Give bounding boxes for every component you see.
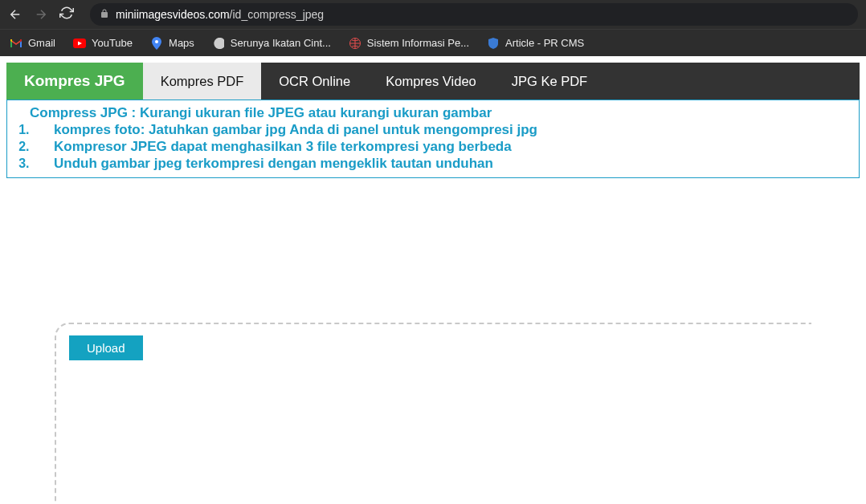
drop-zone[interactable]: Upload <box>55 323 811 504</box>
bookmark-serunya[interactable]: Serunya Ikatan Cint... <box>212 37 331 50</box>
nav-label: OCR Online <box>279 74 350 89</box>
bookmark-sistem[interactable]: Sistem Informasi Pe... <box>349 37 469 50</box>
nav-kompres-video[interactable]: Kompres Video <box>368 63 494 100</box>
forward-button[interactable] <box>34 7 48 22</box>
bookmark-label: YouTube <box>92 37 133 49</box>
info-list: kompres foto: Jatuhkan gambar jpg Anda d… <box>33 122 848 172</box>
bookmarks-bar: Gmail YouTube Maps Serunya Ikatan Cint..… <box>0 29 866 56</box>
maps-icon <box>150 37 163 50</box>
info-title: Compress JPG : Kurangi ukuran file JPEG … <box>30 105 848 121</box>
bookmark-article[interactable]: Article - PR CMS <box>487 37 584 50</box>
browser-toolbar: miniimagesvideos.com/id_compress_jpeg <box>0 0 866 29</box>
svg-point-1 <box>155 40 158 43</box>
nav-jpg-ke-pdf[interactable]: JPG Ke PDF <box>494 63 605 100</box>
nav-kompres-jpg[interactable]: Kompres JPG <box>6 63 143 100</box>
page-content: Kompres JPG Kompres PDF OCR Online Kompr… <box>0 56 866 504</box>
info-item: kompres foto: Jatuhkan gambar jpg Anda d… <box>33 122 848 138</box>
bookmark-label: Serunya Ikatan Cint... <box>231 37 331 49</box>
nav-label: JPG Ke PDF <box>512 74 587 89</box>
bookmark-label: Maps <box>169 37 194 49</box>
address-bar[interactable]: miniimagesvideos.com/id_compress_jpeg <box>90 3 858 26</box>
info-item: Kompresor JPEG dapat menghasilkan 3 file… <box>33 139 848 155</box>
moon-icon <box>212 37 225 50</box>
bookmark-youtube[interactable]: YouTube <box>73 37 133 50</box>
nav-label: Kompres JPG <box>24 72 125 90</box>
main-nav: Kompres JPG Kompres PDF OCR Online Kompr… <box>6 63 860 100</box>
gmail-icon <box>10 37 22 50</box>
bookmark-label: Gmail <box>28 37 55 49</box>
shield-icon <box>487 37 500 50</box>
nav-label: Kompres PDF <box>161 74 244 89</box>
reload-button[interactable] <box>59 6 74 24</box>
back-button[interactable] <box>8 7 22 22</box>
nav-label: Kompres Video <box>386 74 476 89</box>
info-box: Compress JPG : Kurangi ukuran file JPEG … <box>6 100 860 178</box>
bookmark-label: Article - PR CMS <box>505 37 584 49</box>
nav-ocr-online[interactable]: OCR Online <box>261 63 368 100</box>
lock-icon <box>100 9 109 21</box>
nav-kompres-pdf[interactable]: Kompres PDF <box>143 63 262 100</box>
url-text: miniimagesvideos.com/id_compress_jpeg <box>116 8 324 21</box>
upload-button[interactable]: Upload <box>69 335 143 360</box>
bookmark-label: Sistem Informasi Pe... <box>367 37 469 49</box>
youtube-icon <box>73 37 86 50</box>
info-item: Unduh gambar jpeg terkompresi dengan men… <box>33 156 848 172</box>
bookmark-maps[interactable]: Maps <box>150 37 194 50</box>
bookmark-gmail[interactable]: Gmail <box>10 37 55 50</box>
globe-icon <box>349 37 362 50</box>
